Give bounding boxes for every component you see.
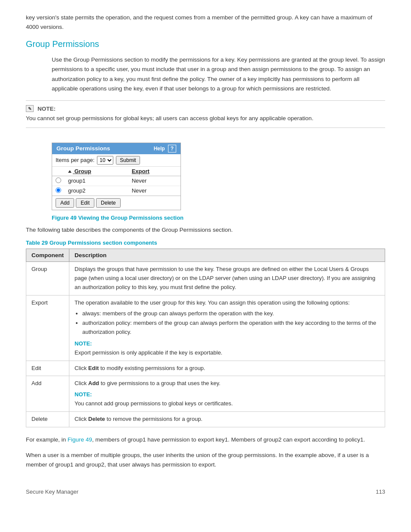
page-footer: Secure Key Manager 113 (26, 487, 385, 495)
group-permissions-widget: Group Permissions Help ? Items per page:… (52, 143, 181, 210)
page-number: 113 (376, 488, 385, 495)
intro-paragraph: key version's state permits the operatio… (26, 13, 385, 31)
note-icon: ✎ (26, 105, 34, 112)
description-edit: Click Edit to modify existing permission… (69, 361, 385, 376)
group2-radio[interactable] (56, 187, 61, 193)
table-row: Export The operation available to the us… (26, 295, 385, 361)
help-button[interactable]: ? (168, 145, 176, 152)
add-note-text: You cannot add group permissions to glob… (75, 399, 380, 408)
delete-bold: Delete (88, 416, 105, 422)
component-add: Add (26, 376, 69, 411)
add-note-label: NOTE: (75, 391, 92, 398)
table-row: Edit Click Edit to modify existing permi… (26, 361, 385, 376)
table-row: Group Displays the groups that have perm… (26, 262, 385, 295)
widget-actions: Add Edit Delete (52, 196, 181, 210)
table-row: Add Click Add to give permissions to a g… (26, 376, 385, 411)
add-bold: Add (88, 380, 99, 386)
group1-radio[interactable] (56, 177, 61, 183)
bullet-auth-policy: authorization policy: members of the gro… (82, 319, 380, 337)
component-group: Group (26, 262, 69, 295)
product-name: Secure Key Manager (26, 488, 78, 495)
components-table: Component Description Group Displays the… (26, 249, 385, 427)
component-col-header: Component (26, 249, 69, 262)
figure-caption: Figure 49 Viewing the Group Permissions … (52, 215, 385, 221)
component-export: Export (26, 295, 69, 361)
items-per-page-select[interactable]: 10 25 50 (97, 156, 113, 165)
radio-col-header (52, 167, 65, 176)
description-export: The operation available to the user grou… (69, 295, 385, 361)
section-title: Group Permissions (26, 39, 385, 49)
widget-title: Group Permissions (56, 145, 110, 152)
bottom-para2: When a user is a member of multiple grou… (26, 451, 385, 470)
description-delete: Click Delete to remove the permissions f… (69, 411, 385, 427)
radio-cell[interactable] (52, 186, 65, 196)
sort-icon (68, 170, 72, 173)
description-col-header: Description (69, 249, 385, 262)
bottom-para1: For example, in Figure 49, members of gr… (26, 435, 385, 445)
group1-name: group1 (65, 176, 128, 186)
items-per-page-row: Items per page: 10 25 50 Submit (52, 154, 181, 167)
delete-button[interactable]: Delete (96, 198, 121, 208)
export-note-text: Export permission is only applicable if … (75, 348, 380, 358)
edit-button[interactable]: Edit (76, 198, 94, 208)
edit-bold: Edit (88, 365, 99, 371)
note-text: You cannot set group permissions for glo… (26, 114, 385, 123)
table-intro-text: The following table describes the compon… (26, 225, 385, 235)
submit-button[interactable]: Submit (116, 156, 140, 165)
group-col-header: Group (65, 167, 128, 176)
table-caption: Table 29 Group Permissions section compo… (26, 240, 385, 246)
radio-cell[interactable] (52, 176, 65, 186)
group-permissions-table: Group Export group1 Never group2 Never (52, 167, 181, 196)
table-row: Delete Click Delete to remove the permis… (26, 411, 385, 427)
table-row: group1 Never (52, 176, 181, 186)
section-body: Use the Group Permissions section to mod… (52, 55, 385, 93)
component-edit: Edit (26, 361, 69, 376)
group2-export: Never (128, 186, 181, 196)
export-note-label: NOTE: (75, 340, 92, 347)
figure49-link[interactable]: Figure 49 (68, 436, 92, 443)
export-bullets: always: members of the group can always … (82, 309, 380, 337)
help-label: Help (154, 146, 165, 152)
group2-name: group2 (65, 186, 128, 196)
note-title: ✎ NOTE: (26, 105, 385, 112)
group1-export: Never (128, 176, 181, 186)
table-row: group2 Never (52, 186, 181, 196)
add-button[interactable]: Add (56, 198, 74, 208)
bullet-always: always: members of the group can always … (82, 309, 380, 318)
export-col-header: Export (128, 167, 181, 176)
items-per-page-label: Items per page: (56, 157, 94, 163)
component-delete: Delete (26, 411, 69, 427)
description-add: Click Add to give permissions to a group… (69, 376, 385, 411)
note-box: ✎ NOTE: You cannot set group permissions… (26, 100, 385, 128)
description-group: Displays the groups that have permission… (69, 262, 385, 295)
widget-header: Group Permissions Help ? (52, 143, 181, 154)
